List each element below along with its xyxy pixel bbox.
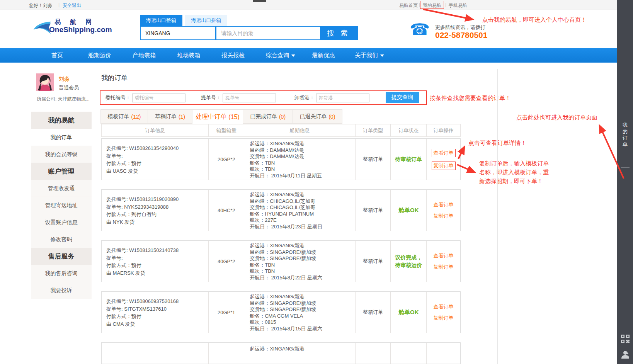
order-row: 起运港：XINGANG/新港 xyxy=(101,342,461,364)
dest-port-input[interactable] xyxy=(216,27,320,39)
phone-number: 022-58780501 xyxy=(435,31,487,40)
tab-draft-orders[interactable]: 草稿订单(1) xyxy=(148,109,192,124)
nav-promotions[interactable]: 最新优惠 xyxy=(312,48,335,63)
qr-code-icon[interactable] xyxy=(621,335,630,345)
copy-order-link[interactable]: 复制订单 xyxy=(434,264,454,270)
schedule-cell: 起运港：XINGANG/新港 目的港：SINGAPORE/新加坡 交货地：SIN… xyxy=(244,241,355,282)
right-dock-rail xyxy=(617,0,633,364)
col-header-order-type: 订单类型 xyxy=(356,124,391,136)
avatar xyxy=(36,73,54,91)
order-actions-cell: 查看订单 复制订单 xyxy=(427,292,460,333)
nav-schedule-rates[interactable]: 船期运价 xyxy=(88,48,111,63)
top-utility-bar: 您好！刘淼 | 安全退出 易航首页 | 我的易航 | 手机易航 xyxy=(0,0,617,10)
view-order-link[interactable]: 查看订单 xyxy=(434,201,454,208)
view-order-link[interactable]: 查看订单 xyxy=(434,252,454,259)
nav-inquiry[interactable]: 综合查询 xyxy=(266,48,295,63)
order-filter-bar: 委托编号： 提单号： 卸货港： 提交查询 xyxy=(100,90,427,105)
order-status-cell: 议价完成， 待审核运价 xyxy=(391,241,427,282)
order-actions-cell: 查看订单 复制订单 xyxy=(427,139,460,180)
copy-order-link[interactable]: 复制订单 xyxy=(432,162,456,170)
nav-yard-loading[interactable]: 堆场装箱 xyxy=(177,48,200,63)
page: 您好！刘淼 | 安全退出 易航首页 | 我的易航 | 手机易航 易航网 OneS… xyxy=(0,0,633,364)
origin-port-input[interactable] xyxy=(141,27,215,39)
annotation-my-onehang: 点击我的易航，即可进入个人中心首页！ xyxy=(482,16,587,24)
topbar-link-my[interactable]: 我的易航 xyxy=(423,2,441,9)
order-status-cell xyxy=(391,343,427,364)
topbar-link-home[interactable]: 易航首页 xyxy=(399,2,418,9)
nav-home[interactable]: 首页 xyxy=(51,48,63,63)
sidebar-item-shippers[interactable]: 管理收发通 xyxy=(31,180,92,197)
order-info-cell: 委托编号: W1508131519020890 提单号: NYKS2393431… xyxy=(102,190,209,231)
order-row: 委托编号: W1508060937520168 提单号: SITGTXMS137… xyxy=(101,291,461,333)
divider xyxy=(621,167,630,168)
col-header-order-status: 订单状态 xyxy=(391,124,427,136)
order-actions-cell: 查看订单 复制订单 xyxy=(427,241,460,282)
sidebar-item-after-sales-inquiry[interactable]: 我的售后咨询 xyxy=(31,265,92,282)
order-status-cell: 待审核订单 xyxy=(391,139,427,180)
my-orders-side-tab[interactable]: 我的订单 xyxy=(617,122,633,148)
customer-service-icon[interactable] xyxy=(621,350,630,360)
annotation-filter-tip: 按条件查找您需要查看的订单！ xyxy=(430,95,511,102)
col-header-container: 箱型箱量 xyxy=(209,124,244,136)
bl-no-input[interactable] xyxy=(223,94,276,102)
nav-origin-loading[interactable]: 产地装箱 xyxy=(133,48,156,63)
phone-hint-text: 更多航线资讯，请拨打 xyxy=(435,24,485,31)
copy-order-link[interactable]: 复制订单 xyxy=(434,213,454,219)
order-info-cell xyxy=(102,343,209,364)
consign-no-input[interactable] xyxy=(132,94,185,102)
tab-completed-orders[interactable]: 已完成订单(0) xyxy=(243,109,293,124)
annotation-copy-tip: 复制订单后，输入模板订单 名称，即进入模板订单，重 新选择船期，即可下单！ xyxy=(479,159,549,185)
order-status-cell: 舱单OK xyxy=(391,190,427,231)
order-row: 委托编号: W1508131519020890 提单号: NYKS2393431… xyxy=(101,189,461,231)
container-cell: 40GP*2 xyxy=(209,241,244,282)
order-row: 委托编号: W1508261354290040 提单号: 付款方式：预付 由 U… xyxy=(101,138,461,180)
sidebar-section-after-sales: 售后服务 xyxy=(31,248,92,265)
order-info-cell: 委托编号: W1508060937520168 提单号: SITGTXMS137… xyxy=(102,292,209,333)
copy-order-link[interactable]: 复制订单 xyxy=(434,315,454,321)
sidebar-item-complaint[interactable]: 我要投诉 xyxy=(31,282,92,299)
greeting-text: 您好！刘淼 xyxy=(29,2,52,9)
search-mode-tabs: 海运出口整箱 海运出口拼箱 xyxy=(140,15,227,26)
phone-icon: ☎ xyxy=(410,22,430,38)
schedule-cell: 起运港：XINGANG/新港 目的港：CHICAGO,IL/芝加哥 交货地：CH… xyxy=(244,190,355,231)
order-actions-cell: 查看订单 复制订单 xyxy=(427,190,460,231)
divider: | xyxy=(58,2,60,7)
tab-sea-export-lcl[interactable]: 海运出口拼箱 xyxy=(185,15,227,26)
profile-name: 刘淼 xyxy=(59,76,70,83)
logout-link[interactable]: 安全退出 xyxy=(63,2,81,9)
sidebar-section-my-onehang: 我的易航 xyxy=(31,112,92,129)
nav-about[interactable]: 关于我们 xyxy=(355,48,384,63)
profile-company: 所属公司: 天津航星物流... xyxy=(37,96,90,102)
discharge-port-input[interactable] xyxy=(316,94,369,102)
main-nav: 首页 船期运价 产地装箱 堆场装箱 报关报检 综合查询 最新优惠 关于我们 xyxy=(0,48,617,63)
sidebar-item-member-level[interactable]: 我的会员等级 xyxy=(31,146,92,163)
search-button[interactable]: 搜 索 xyxy=(320,27,357,39)
divider xyxy=(621,117,630,117)
order-type-cell: 整箱订单 xyxy=(356,139,391,180)
tab-sea-export-fcl[interactable]: 海运出口整箱 xyxy=(140,15,182,26)
page-title: 我的订单 xyxy=(101,73,128,82)
nav-customs[interactable]: 报关报检 xyxy=(221,48,245,63)
tab-withdrawn-orders[interactable]: 已退关订单(0) xyxy=(293,109,342,124)
sidebar-item-mail-address[interactable]: 管理寄送地址 xyxy=(31,197,92,214)
sidebar-item-change-password[interactable]: 修改密码 xyxy=(31,231,92,248)
account-sidebar: 刘淼 普通会员 所属公司: 天津航星物流... 我的易航 我的订单 我的会员等级… xyxy=(31,69,92,299)
tab-template-orders[interactable]: 模板订单(12) xyxy=(100,109,148,124)
schedule-cell: 起运港：XINGANG/新港 目的港：DAMMAM/达曼 交货地：DAMMAM/… xyxy=(244,139,355,180)
container-cell xyxy=(209,343,244,364)
view-order-link[interactable]: 查看订单 xyxy=(434,303,454,310)
tab-processing-orders[interactable]: 处理中订单(15) xyxy=(192,109,243,124)
profile-card: 刘淼 普通会员 所属公司: 天津航星物流... xyxy=(31,69,92,112)
profile-level: 普通会员 xyxy=(59,84,79,91)
view-order-link[interactable]: 查看订单 xyxy=(432,149,456,157)
schedule-cell: 起运港：XINGANG/新港 目的港：SINGAPORE/新加坡 交货地：SIN… xyxy=(244,292,355,333)
order-type-cell: 整箱订单 xyxy=(356,241,391,282)
sidebar-item-account-info[interactable]: 设置账户信息 xyxy=(31,214,92,231)
sidebar-section-account: 账户管理 xyxy=(31,163,92,180)
sidebar-item-my-orders[interactable]: 我的订单 xyxy=(31,129,92,146)
topbar-link-mobile[interactable]: 手机易航 xyxy=(449,2,467,9)
content-panel-border xyxy=(497,69,498,364)
arrow-to-my-onehang-annotation xyxy=(423,9,472,19)
browser-artifact xyxy=(253,0,266,2)
submit-query-button[interactable]: 提交查询 xyxy=(386,92,419,103)
